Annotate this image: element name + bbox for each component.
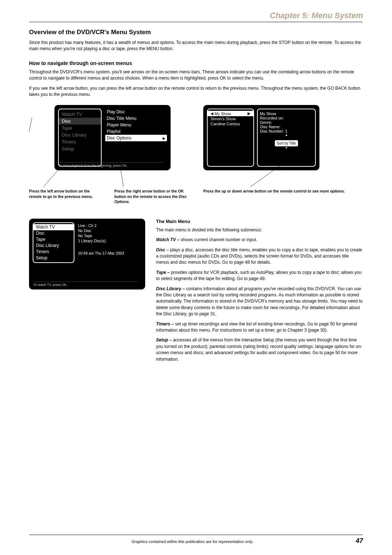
- up-arrow-icon: [260, 133, 313, 137]
- osd1-sub-playlist: Playlist: [105, 128, 167, 135]
- mm-tape: Tape – provides options for VCR playback…: [156, 270, 363, 282]
- osd1-left-panel: Watch TV Disc Tape Disc Library Timers S…: [58, 109, 102, 167]
- osd1-item-tape: Tape: [59, 125, 101, 131]
- mm-watch-tv: Watch TV – shows current channel number …: [156, 237, 363, 243]
- osd1-sub-player-menu: Player Menu: [105, 122, 167, 128]
- osd3-item-simons-show: Simon's Show: [208, 116, 253, 121]
- osd1-item-disc: Disc: [59, 118, 101, 125]
- osd2-right-panel: Live - Ch 2 No Disc No Tape 1 Library Di…: [78, 222, 142, 263]
- caption-left-arrow: Press the left arrow button on the remot…: [29, 189, 103, 204]
- osd1-sub-disc-title: Disc Title Menu: [105, 115, 167, 122]
- chapter-header: Chapter 5: Menu System: [29, 11, 363, 22]
- down-arrow-icon: [260, 146, 313, 150]
- mm-disc-library: Disc Library – contains information abou…: [156, 286, 363, 317]
- osd2-left-panel: Watch TV Disc Tape Disc Library Timers S…: [33, 222, 74, 263]
- osd2-item-disc-library: Disc Library: [33, 243, 74, 249]
- osd3-left-panel: ◀My Show▶ Simon's Show Caroline Comics: [207, 109, 254, 167]
- osd1-item-disc-library: Disc Library: [59, 131, 101, 138]
- mm-setup: Setup – accesses all of the menus from t…: [156, 337, 363, 362]
- osd1-item-timers: Timers: [59, 138, 101, 145]
- osd2-status-no-disc: No Disc: [78, 228, 142, 233]
- intro-paragraph: Since this product has many features, it…: [29, 40, 363, 52]
- osd2-footer: To watch TV, press OK.: [33, 281, 139, 287]
- osd2-item-watch-tv: Watch TV: [33, 224, 74, 230]
- osd2-status-no-tape: No Tape: [78, 233, 142, 238]
- osd-library-detail: ◀My Show▶ Simon's Show Caroline Comics M…: [203, 105, 319, 170]
- osd3-item-caroline: Caroline Comics: [208, 121, 253, 126]
- osd1-footer: To start playback from the beginning, pr…: [59, 162, 164, 167]
- osd2-status-live: Live - Ch 2: [78, 223, 142, 228]
- footer-text: Graphics contained within this publicati…: [29, 539, 356, 544]
- osd3-disc-name: Disc Name:: [260, 125, 313, 129]
- osd1-item-setup: Setup: [59, 145, 101, 152]
- right-arrow-icon: ▶: [163, 136, 166, 140]
- osd3-rp-title: My Show: [260, 112, 313, 116]
- osd3-right-panel: My Show Recorded on: Genre: Disc Name: D…: [257, 109, 316, 167]
- section-title: Overview of the DVD/VCR's Menu System: [29, 29, 363, 36]
- nav-paragraph-1: Throughout the DVD/VCR's menu system, yo…: [29, 69, 363, 82]
- osd2-item-timers: Timers: [33, 249, 74, 255]
- osd-main-menu: Watch TV Disc Tape Disc Library Timers S…: [29, 219, 145, 289]
- osd1-sub-disc-options: Disc Options▶: [105, 135, 167, 141]
- sort-by-title-button: Sort by Title: [275, 140, 298, 146]
- osd1-item-watch-tv: Watch TV: [59, 111, 101, 118]
- caption-right-arrow: Press the right arrow button or the OK b…: [114, 189, 189, 204]
- osd1-right-panel: Play Disc Disc Title Menu Player Menu Pl…: [102, 109, 167, 167]
- osd2-item-setup: Setup: [33, 255, 74, 261]
- mm-disc: Disc – plays a disc, accesses the disc t…: [156, 247, 363, 266]
- nav-paragraph-2: If you see the left arrow button, you ca…: [29, 85, 363, 98]
- svg-line-0: [29, 118, 32, 187]
- nav-subtitle: How to navigate through on-screen menus: [29, 60, 363, 66]
- page-number: 47: [356, 537, 363, 545]
- osd2-status-library: 1 Library Disc(s): [78, 238, 142, 243]
- right-arrow-icon: ▶: [248, 111, 250, 116]
- main-menu-heading: The Main Menu: [156, 219, 363, 224]
- osd2-item-tape: Tape: [33, 236, 74, 243]
- osd3-item-my-show: ◀My Show▶: [208, 111, 253, 116]
- caption-up-down-arrow: Press the up or down arrow button on the…: [203, 189, 363, 194]
- main-menu-intro: The main menu is divided into the follow…: [156, 227, 363, 233]
- osd2-status-blank: [78, 243, 142, 244]
- osd1-sub-play-disc: Play Disc: [105, 109, 167, 115]
- mm-timers: Timers – set up timer recordings and vie…: [156, 321, 363, 334]
- osd-disc-menu: Watch TV Disc Tape Disc Library Timers S…: [54, 105, 171, 170]
- osd2-status-datetime: 10:49 am Thu 17-Mar 2003: [78, 251, 142, 256]
- left-arrow-icon: ◀: [211, 112, 213, 116]
- osd3-disc-number: Disc Number: 1: [260, 129, 313, 133]
- osd2-item-disc: Disc: [33, 230, 74, 236]
- osd3-recorded-on: Recorded on:: [260, 116, 313, 120]
- osd3-genre: Genre:: [260, 120, 313, 125]
